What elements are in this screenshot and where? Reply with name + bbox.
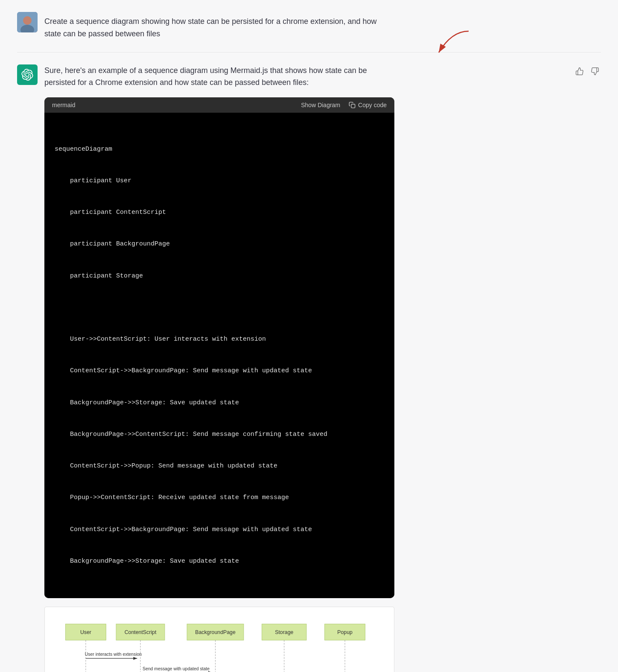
code-header: mermaid Show Diagram [44, 97, 394, 113]
svg-point-1 [23, 16, 32, 25]
user-message: Create a sequence diagram showing how st… [0, 0, 618, 52]
svg-text:Popup: Popup [337, 629, 353, 635]
ai-message: Sure, here's an example of a sequence di… [0, 53, 618, 672]
svg-text:User: User [80, 629, 91, 635]
code-line-2: participant User [55, 176, 384, 187]
code-line-6 [55, 303, 384, 313]
user-message-text: Create a sequence diagram showing how st… [44, 12, 377, 40]
code-line-12: Popup->>ContentScript: Receive updated s… [55, 493, 384, 503]
thumbs-up-icon [575, 67, 584, 76]
ai-response-content: Sure, here's an example of a sequence di… [44, 64, 394, 672]
code-line-7: User->>ContentScript: User interacts wit… [55, 334, 384, 345]
code-content: sequenceDiagram participant User partici… [44, 113, 394, 598]
code-line-5: participant Storage [55, 271, 384, 282]
copy-code-button[interactable]: Copy code [349, 102, 387, 108]
code-line-10: BackgroundPage->>ContentScript: Send mes… [55, 429, 384, 440]
svg-text:BackgroundPage: BackgroundPage [195, 629, 236, 635]
thumbs-down-button[interactable] [589, 65, 601, 79]
sequence-diagram: User ContentScript BackgroundPage Storag… [44, 607, 394, 672]
feedback-icons [574, 65, 601, 79]
code-line-14: BackgroundPage->>Storage: Save updated s… [55, 556, 384, 567]
copy-icon [349, 102, 356, 108]
user-avatar [17, 12, 38, 32]
code-line-9: BackgroundPage->>Storage: Save updated s… [55, 398, 384, 409]
code-line-13: ContentScript->>BackgroundPage: Send mes… [55, 525, 384, 535]
show-diagram-button[interactable]: Show Diagram [301, 102, 340, 108]
ai-intro-text: Sure, here's an example of a sequence di… [44, 64, 394, 89]
thumbs-up-button[interactable] [574, 65, 586, 79]
show-diagram-label: Show Diagram [301, 102, 340, 108]
code-line-1: sequenceDiagram [55, 144, 384, 155]
svg-text:User interacts with extension: User interacts with extension [85, 652, 142, 657]
code-line-4: participant BackgroundPage [55, 239, 384, 250]
code-line-11: ContentScript->>Popup: Send message with… [55, 461, 384, 472]
code-language: mermaid [52, 102, 75, 108]
code-line-3: participant ContentScript [55, 207, 384, 218]
code-block: mermaid Show Diagram [44, 97, 394, 598]
svg-text:ContentScript: ContentScript [125, 629, 157, 635]
code-line-8: ContentScript->>BackgroundPage: Send mes… [55, 366, 384, 377]
thumbs-down-icon [591, 67, 599, 76]
svg-text:Storage: Storage [275, 629, 293, 635]
svg-text:Send message with updated stat: Send message with updated state [143, 666, 210, 671]
code-actions: Show Diagram Copy code [301, 102, 387, 108]
copy-code-label: Copy code [358, 102, 387, 108]
svg-rect-4 [351, 104, 355, 108]
diagram-svg: User ContentScript BackgroundPage Storag… [53, 620, 385, 672]
ai-avatar [17, 64, 38, 85]
